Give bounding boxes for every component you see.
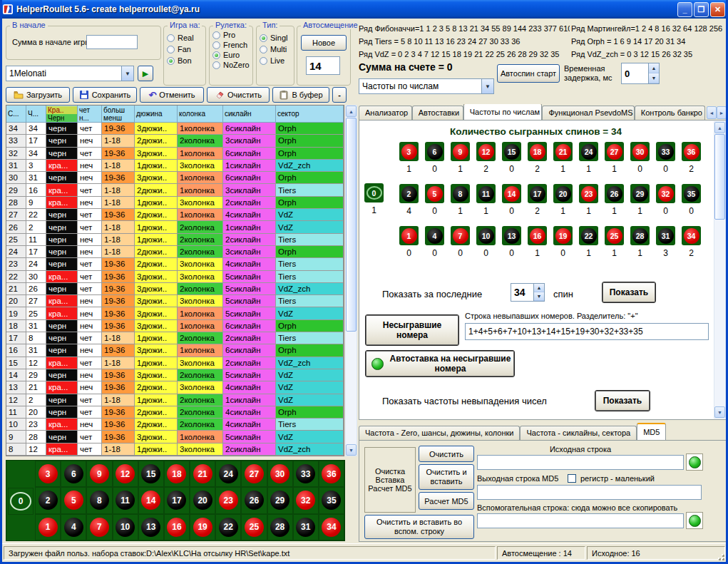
table-row[interactable]: 812кра...чет1-181дюжи..3колонка2сиклайнV… (6, 443, 344, 456)
board-number-21[interactable]: 21 (190, 461, 215, 487)
freq-missing-show-button[interactable]: Показать (595, 390, 650, 411)
header-number[interactable]: Ч... (26, 106, 46, 122)
show-last-spinner[interactable]: 34 ▲▼ (511, 283, 545, 302)
out-string-field[interactable] (477, 485, 702, 500)
header-color[interactable]: Кра..Черн (46, 106, 78, 122)
board-number-24[interactable]: 24 (215, 461, 241, 487)
header-dozen[interactable]: дюжина (135, 106, 178, 122)
table-row[interactable]: 2324чернчет19-362дюжи..3колонка4сиклайнT… (6, 258, 344, 270)
resize-grip[interactable] (716, 552, 725, 561)
aux-go-button[interactable] (686, 512, 703, 529)
board-number-3[interactable]: 3 (35, 461, 61, 487)
header-range[interactable]: большменш (102, 106, 135, 122)
missing-numbers-button[interactable]: Несыгравшие номера (365, 314, 459, 346)
start-sum-input[interactable] (86, 35, 138, 49)
radio-multi[interactable]: Multi (260, 45, 291, 53)
bottom-tab-1[interactable]: Частота - Zero, шансы, дюжины, колонки (359, 426, 520, 440)
table-row[interactable]: 178чернчет1-181дюжи..2колонка2сиклайнTie… (6, 332, 344, 344)
spin-up-icon[interactable]: ▲ (534, 284, 544, 292)
table-row[interactable]: 1023кра...неч19-362дюжи..2колонка4сиклай… (6, 419, 344, 431)
radio-real[interactable]: Real (167, 34, 202, 42)
show-button[interactable]: Показать (602, 282, 656, 303)
board-number-20[interactable]: 20 (190, 487, 215, 513)
board-number-11[interactable]: 11 (113, 487, 138, 513)
board-number-17[interactable]: 17 (164, 487, 190, 513)
table-row[interactable]: 122чернчет1-181дюжи..2колонка1сиклайнVdZ (6, 394, 344, 406)
table-scrollbar[interactable]: ▲ ▼ (345, 105, 357, 456)
scroll-up-icon[interactable]: ▲ (714, 122, 725, 133)
missing-string-field[interactable] (465, 323, 709, 340)
scroll-up-icon[interactable]: ▲ (346, 106, 357, 117)
table-row[interactable]: 3434чернчет19-363дюжи..1колонка6сиклайнO… (6, 123, 344, 135)
maximize-button[interactable]: ❐ (694, 2, 709, 17)
radio-bon[interactable]: Bon (167, 56, 202, 65)
table-row[interactable]: 1925кра...неч19-363дюжи..1колонка5сиклай… (6, 307, 344, 319)
spin-down-icon[interactable]: ▼ (649, 73, 659, 83)
board-number-29[interactable]: 29 (267, 487, 293, 513)
board-number-28[interactable]: 28 (267, 514, 293, 540)
board-number-4[interactable]: 4 (61, 514, 86, 540)
strategy-combobox[interactable]: 1Melonati ▼ (6, 66, 134, 81)
buffer-button[interactable]: В буфер (272, 87, 329, 103)
scroll-down-icon[interactable]: ▼ (346, 444, 357, 456)
tab-5[interactable]: Контроль банкро (635, 106, 705, 120)
board-number-18[interactable]: 18 (164, 461, 190, 487)
md5-clear-paste-button[interactable]: Очистить и вставить (419, 464, 474, 490)
table-row[interactable]: 262чернчет1-181дюжи..2колонка1сиклайнVdZ (6, 221, 344, 233)
radio-live[interactable]: Live (260, 56, 291, 65)
aux-string-field[interactable] (477, 513, 684, 528)
header-sector[interactable]: сектор (276, 106, 344, 122)
tab-4[interactable]: Функционал PsevdoMS (542, 106, 634, 120)
register-checkbox[interactable] (568, 474, 576, 483)
board-number-12[interactable]: 12 (113, 461, 138, 487)
load-button[interactable]: Загрузить (6, 87, 70, 103)
md5-clear-paste-aux-button[interactable]: Очистить и вставить во вспом. строку (364, 515, 474, 539)
md5-clear-button[interactable]: Очистить (419, 446, 474, 462)
new-button[interactable]: Новое (301, 35, 347, 51)
table-row[interactable]: 2126чернчет19-363дюжи..2колонка5сиклайнV… (6, 283, 344, 295)
header-spin[interactable]: С... (6, 106, 26, 122)
board-number-23[interactable]: 23 (215, 487, 241, 513)
tab-1[interactable]: Анализатор (359, 106, 412, 120)
radio-fan[interactable]: Fan (167, 45, 202, 53)
table-scrollbar-thumb[interactable] (346, 118, 357, 332)
table-row[interactable]: 2511черннеч1-181дюжи..2колонка2сиклайнTi… (6, 234, 344, 246)
board-number-13[interactable]: 13 (138, 514, 164, 540)
table-row[interactable]: 3031черннеч19-363дюжи..1колонка6сиклайнO… (6, 172, 344, 184)
board-number-0[interactable]: 0 (8, 488, 34, 515)
table-row[interactable]: 2230кра...чет19-363дюжи..3колонка5сиклай… (6, 271, 344, 283)
autospin-button[interactable]: Автоспин старт (497, 64, 560, 83)
board-number-7[interactable]: 7 (86, 514, 112, 540)
table-row[interactable]: 3234чернчет19-363дюжи..1колонка6сиклайнO… (6, 148, 344, 160)
autobet-missing-button[interactable]: Автоставка на несыгравшие номера (365, 350, 515, 377)
board-number-19[interactable]: 19 (190, 514, 215, 540)
close-button[interactable]: ✕ (710, 2, 725, 17)
tab-3[interactable]: Частоты по числам (463, 104, 543, 120)
header-column[interactable]: колонка (178, 106, 223, 122)
radio-pro[interactable]: Pro (212, 31, 250, 39)
panel-scrollbar[interactable]: ▲ ▼ (714, 121, 726, 419)
minimize-button[interactable]: _ (677, 2, 692, 17)
board-number-36[interactable]: 36 (319, 461, 344, 487)
minus-button[interactable]: - (332, 87, 347, 103)
header-parity[interactable]: четн... (78, 106, 102, 122)
board-number-15[interactable]: 15 (138, 461, 164, 487)
table-row[interactable]: 1120чернчет19-362дюжи..2колонка4сиклайнO… (6, 406, 344, 419)
tab-scroll-right-icon[interactable]: ► (717, 106, 727, 119)
table-row[interactable]: 1631черннеч19-363дюжи..1колонка6сиклайнO… (6, 344, 344, 357)
combo-arrow-icon[interactable]: ▼ (481, 79, 493, 93)
board-number-32[interactable]: 32 (293, 487, 319, 513)
clear-button[interactable]: Очистить (207, 87, 270, 103)
header-sixline[interactable]: сиклайн (223, 106, 276, 122)
delay-spinner[interactable]: 0 ▲▼ (621, 63, 660, 84)
radio-singl[interactable]: Singl (260, 34, 291, 42)
table-row[interactable]: 1429черннеч19-363дюжи..2колонка5сиклайнV… (6, 369, 344, 381)
board-number-26[interactable]: 26 (241, 487, 267, 513)
board-number-31[interactable]: 31 (293, 514, 319, 540)
play-button[interactable]: ▶ (138, 66, 153, 81)
radio-french[interactable]: French (212, 41, 250, 49)
tab-2[interactable]: Автоставки (412, 106, 463, 120)
save-button[interactable]: Сохранить (73, 87, 137, 103)
combo-arrow-icon[interactable]: ▼ (121, 66, 133, 81)
board-number-6[interactable]: 6 (61, 461, 86, 487)
